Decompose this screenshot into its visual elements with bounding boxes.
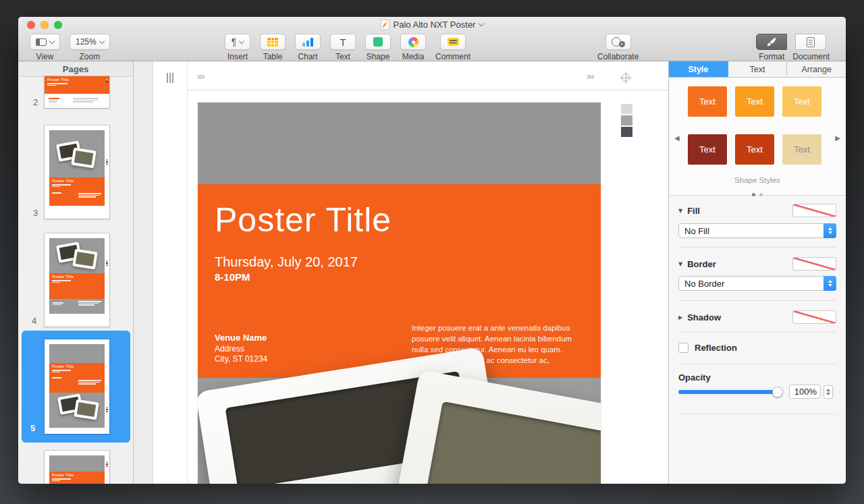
poster-orange-band[interactable]: Poster Title Thursday, July 20, 2017 8-1… [198, 184, 601, 378]
border-section-header: ▼ Border [678, 257, 836, 271]
view-icon [36, 38, 47, 46]
margin-guide [187, 61, 188, 484]
document-button[interactable]: Document [792, 34, 830, 61]
window-title: Palo Alto NXT Poster [394, 20, 476, 30]
reflection-row: Reflection [678, 341, 836, 354]
text-icon: T [340, 36, 346, 48]
select-stepper-icon[interactable] [824, 276, 836, 291]
title-chevron-icon[interactable] [479, 21, 484, 26]
shape-button[interactable]: Shape [365, 34, 391, 61]
shadow-color-well[interactable] [792, 310, 836, 324]
opacity-value-field[interactable]: 100% [789, 385, 821, 399]
pages-app-icon [381, 20, 389, 30]
insert-button[interactable]: ¶ Insert [225, 34, 250, 61]
disclosure-open-icon[interactable]: ▼ [678, 208, 682, 214]
poster-city: City, ST 01234 [215, 354, 267, 364]
opacity-slider[interactable] [678, 390, 781, 394]
text-flow-icon: »› [197, 71, 204, 82]
collaborate-button[interactable]: Collaborate [597, 34, 639, 61]
tab-arrange[interactable]: Arrange [787, 61, 846, 77]
styles-page-dots[interactable] [669, 188, 846, 198]
poster-venue-name: Venue Name [215, 333, 267, 343]
format-button[interactable]: Format [756, 34, 787, 61]
comment-icon [448, 38, 459, 46]
chevron-down-icon [99, 38, 104, 43]
shape-style-swatch[interactable]: Text [688, 86, 727, 117]
registration-crosshair-icon [620, 72, 632, 84]
media-icon [408, 37, 418, 47]
paintbrush-icon [767, 37, 777, 47]
poster-title[interactable]: Poster Title [215, 200, 392, 240]
palette-swatch-light-gray[interactable] [621, 104, 632, 114]
view-button[interactable]: View [30, 34, 60, 61]
palette-swatch-dark-gray[interactable] [621, 127, 632, 137]
chevron-down-icon [239, 38, 244, 43]
chart-button[interactable]: Chart [295, 34, 321, 61]
poster-date[interactable]: Thursday, July 20, 2017 [215, 254, 358, 270]
shape-style-swatch[interactable]: Text [688, 134, 727, 165]
table-icon [267, 38, 279, 47]
tab-style[interactable]: Style [669, 61, 728, 77]
pages-header: Pages [18, 61, 133, 77]
chevron-down-icon [49, 38, 55, 43]
canvas-gutter [134, 61, 153, 484]
shape-styles-caption: Shape Styles [669, 176, 846, 184]
titlebar-toolbar: Palo Alto NXT Poster View 125% Zoom ¶ In… [18, 17, 846, 61]
opacity-label-row: Opacity [678, 370, 836, 384]
border-color-well[interactable] [792, 257, 836, 271]
pages-app-window: Palo Alto NXT Poster View 125% Zoom ¶ In… [18, 17, 846, 484]
shadow-section-header: ▶ Shadow [678, 310, 836, 324]
fill-select[interactable]: No Fill [678, 223, 836, 238]
tab-text[interactable]: Text [728, 61, 788, 77]
chart-icon [302, 38, 313, 47]
view-label: View [36, 52, 54, 61]
document-canvas[interactable]: »› »› Poster Title Thursday, July 20, 20… [134, 61, 668, 484]
select-stepper-icon[interactable] [824, 223, 836, 238]
styles-next-arrow-icon[interactable]: ▶ [835, 134, 840, 142]
poster-page[interactable]: Poster Title Thursday, July 20, 2017 8-1… [198, 103, 601, 484]
format-inspector: Style Text Arrange Text Text Text Text T… [668, 61, 846, 484]
shape-style-swatch[interactable]: Text [782, 134, 821, 165]
comment-button[interactable]: Comment [435, 34, 470, 61]
document-icon [807, 37, 815, 47]
inspector-tabs: Style Text Arrange [669, 61, 846, 78]
pilcrow-icon: ¶ [232, 36, 237, 47]
poster-photo-area-top[interactable] [198, 103, 601, 184]
palette-swatch-mid-gray[interactable] [621, 115, 632, 125]
shape-styles-browser: Text Text Text Text Text Text ◀ ▶ Shape … [669, 78, 846, 196]
zoom-value: 125% [76, 37, 97, 47]
zoom-label: Zoom [80, 52, 101, 61]
fill-color-well[interactable] [792, 204, 836, 217]
poster-time[interactable]: 8-10PM [215, 271, 250, 283]
border-select[interactable]: No Border [678, 276, 836, 291]
poster-venue-block[interactable]: Venue Name Address City, ST 01234 [215, 333, 267, 364]
opacity-slider-knob[interactable] [772, 387, 783, 397]
styles-prev-arrow-icon[interactable]: ◀ [674, 134, 680, 142]
disclosure-open-icon[interactable]: ▼ [678, 261, 682, 267]
media-button[interactable]: Media [400, 34, 426, 61]
disclosure-closed-icon[interactable]: ▶ [678, 314, 682, 320]
shape-style-swatch[interactable]: Text [735, 134, 774, 165]
text-flow-icon: »› [587, 71, 593, 82]
pages-sidebar: Pages Poster Title 2 [18, 61, 134, 484]
shape-style-swatch[interactable]: Text [735, 86, 774, 117]
text-button[interactable]: T Text [330, 34, 356, 61]
shape-icon [373, 37, 383, 47]
pane-grip-icon[interactable] [167, 73, 168, 83]
table-button[interactable]: Table [260, 34, 286, 61]
reflection-checkbox[interactable] [678, 343, 688, 353]
titlebar: Palo Alto NXT Poster [18, 17, 846, 32]
header-rule [187, 90, 668, 90]
opacity-stepper[interactable] [824, 385, 833, 399]
zoom-button[interactable]: 125% Zoom [70, 34, 110, 61]
poster-photo-area-bottom[interactable] [198, 378, 601, 484]
collaborate-icon [612, 37, 625, 47]
fill-section-header: ▼ Fill [678, 204, 836, 217]
shape-style-swatch[interactable]: Text [782, 86, 821, 117]
poster-address: Address [215, 344, 267, 354]
